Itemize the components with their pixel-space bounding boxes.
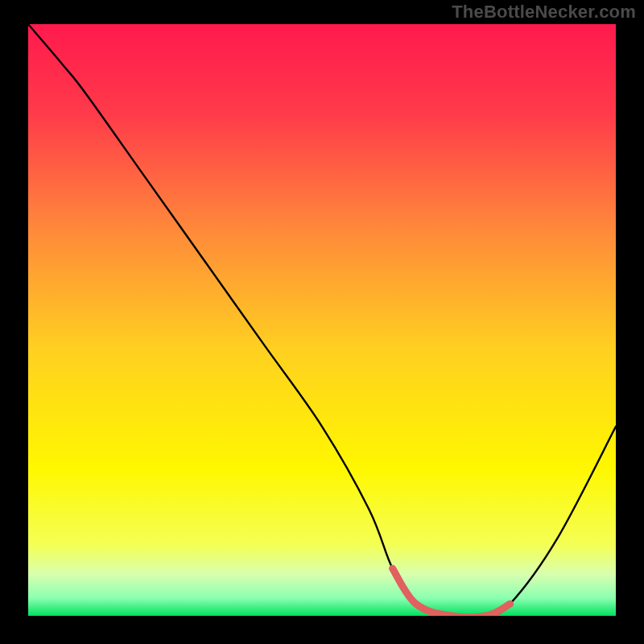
sweet-spot-highlight xyxy=(393,568,510,616)
watermark-text: TheBottleNecker.com xyxy=(452,2,636,23)
curve-layer xyxy=(28,24,616,616)
plot-area xyxy=(28,24,616,616)
bottleneck-curve xyxy=(28,24,616,616)
chart-canvas: TheBottleNecker.com xyxy=(0,0,644,644)
